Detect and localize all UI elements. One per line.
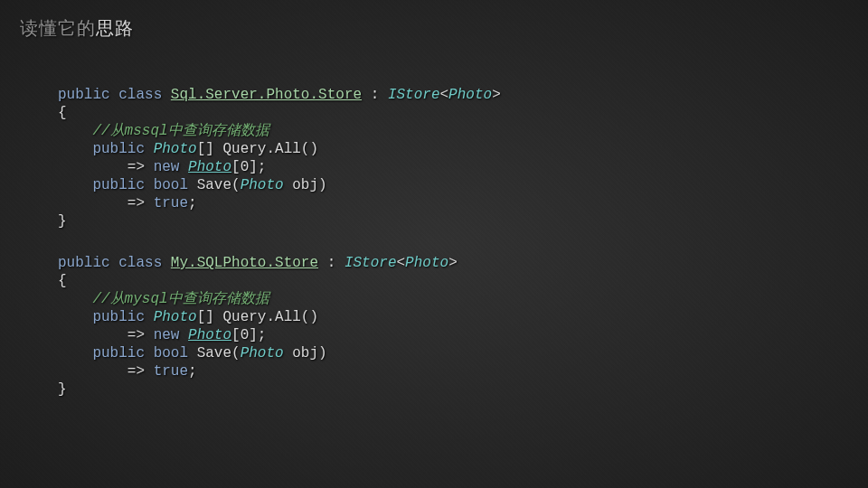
idx-zero: [0]; [231,327,266,343]
method-queryall: Query.All() [222,309,318,325]
kw-true: true [154,363,188,380]
type-photo: Photo [448,87,492,103]
kw-class: class [118,255,162,271]
slide-container: 读懂它的思路 public class Sql.Server.Photo.Sto… [0,0,868,488]
slide-title: 读懂它的思路 [20,16,848,41]
punct-semi: ; [188,195,197,211]
kw-public: public [92,309,145,325]
op-arrow: => [127,195,145,211]
kw-public: public [92,345,145,361]
code-block-sqlserver: public class Sql.Server.Photo.Store : IS… [58,86,848,230]
param-obj: obj) [284,345,327,361]
kw-bool: bool [154,177,188,193]
arr-brackets: [] [197,141,223,157]
code-block-mysql: public class My.SQLPhoto.Store : IStore<… [58,254,848,399]
punct-gt: > [448,255,458,271]
punct-semi: ; [188,363,197,380]
punct-lt: < [397,255,406,271]
param-obj: obj) [284,177,327,193]
class-name: My.SQLPhoto.Store [171,255,318,271]
punct-gt: > [492,87,501,103]
title-prefix: 读懂它的 [20,18,96,38]
type-photo: Photo [188,159,231,175]
brace-open: { [58,273,67,289]
brace-open: { [58,105,67,121]
punct-colon: : [318,255,344,271]
op-arrow: => [127,159,145,175]
type-photo: Photo [241,177,284,193]
kw-new: new [154,159,180,175]
type-istore: IStore [344,255,397,271]
idx-zero: [0]; [231,159,266,175]
kw-new: new [154,327,180,343]
comment-mysql: //从mysql中查询存储数据 [92,291,269,307]
method-queryall: Query.All() [222,141,318,157]
kw-true: true [154,195,188,211]
arr-brackets: [] [197,309,223,325]
kw-class: class [118,87,162,103]
method-save: Save( [188,177,241,193]
comment-mssql: //从mssql中查询存储数据 [92,123,269,139]
op-arrow: => [127,327,145,343]
method-save: Save( [188,345,241,361]
brace-close: } [58,213,67,230]
brace-close: } [58,381,67,398]
op-arrow: => [127,363,145,380]
kw-bool: bool [154,345,188,361]
kw-public: public [58,255,110,271]
type-photo: Photo [405,255,448,271]
punct-colon: : [362,87,388,103]
type-istore: IStore [388,87,440,103]
kw-public: public [58,87,110,103]
punct-lt: < [440,87,449,103]
type-photo: Photo [241,345,284,361]
kw-public: public [92,177,145,193]
title-emphasis: 思路 [96,18,134,38]
type-photo: Photo [154,309,197,325]
type-photo: Photo [154,141,197,157]
kw-public: public [92,141,145,157]
type-photo: Photo [188,327,231,343]
class-name: Sql.Server.Photo.Store [171,87,362,103]
